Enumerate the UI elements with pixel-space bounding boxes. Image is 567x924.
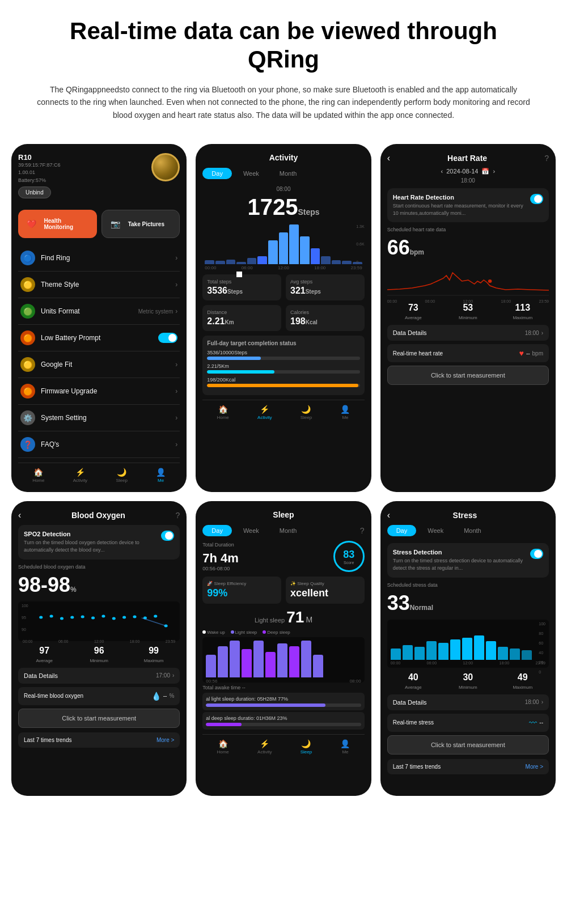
activity-chart: 1.3K0.6K0 00:0006:0012:0018:0023:5	[202, 224, 364, 270]
health-monitoring-card[interactable]: ❤️ Health Monitoring	[18, 210, 97, 238]
svg-point-0	[488, 279, 492, 283]
svg-point-9	[112, 617, 116, 620]
stress-back-arrow[interactable]: ‹	[387, 510, 390, 520]
nav5-sleep[interactable]: 🌙Sleep	[301, 739, 312, 755]
svg-point-6	[81, 615, 84, 618]
menu-low-battery[interactable]: 🟠 Low Battery Prompt	[18, 325, 180, 351]
faqs-label: FAQ's	[41, 440, 59, 448]
gfit-chevron: ›	[175, 361, 177, 368]
sleep-tabs: Day Week Month	[202, 525, 306, 536]
menu-firmware[interactable]: 🟠 Firmware Upgrade ›	[18, 378, 180, 405]
nav5-activity[interactable]: ⚡Activity	[257, 739, 272, 755]
stress-toggle[interactable]	[530, 549, 543, 559]
stats-row2: Distance 2.21Km Calories 198Kcal	[202, 305, 364, 331]
sleep-tab-day[interactable]: Day	[202, 525, 232, 536]
sleep-tab-month[interactable]: Month	[270, 525, 306, 536]
right-chevron[interactable]: ›	[493, 168, 495, 175]
menu-faqs[interactable]: ❓ FAQ's ›	[18, 431, 180, 458]
steps-count: 1725Steps	[202, 194, 364, 220]
nav-me[interactable]: 👤 Me	[156, 468, 166, 483]
nav5-me[interactable]: 👤Me	[340, 739, 350, 755]
nav-sleep[interactable]: 🌙 Sleep	[116, 468, 127, 483]
spo2-value: 98-98%	[18, 573, 180, 597]
menu-find-ring[interactable]: 🔵 Find Ring ›	[18, 245, 180, 272]
bo-back-arrow[interactable]: ‹	[18, 510, 21, 520]
phone-activity: Activity Day Week Month 08:00 1725Steps …	[196, 144, 371, 493]
camera-label: Take Pictures	[128, 221, 164, 227]
phone-sleep: Sleep Day Week Month ? Total Duration 7h…	[196, 501, 371, 796]
help-icon[interactable]: ?	[544, 154, 549, 163]
nav2-home[interactable]: 🏠Home	[217, 405, 229, 420]
settings-icon: ⚙️	[20, 410, 35, 425]
menu-units-format[interactable]: 🟢 Units Format Metric system ›	[18, 298, 180, 325]
nav2-activity[interactable]: ⚡Activity	[257, 405, 272, 420]
last-trends-row[interactable]: Last 7 times trends More >	[18, 732, 180, 748]
menu-system-setting[interactable]: ⚙️ System Setting ›	[18, 405, 180, 431]
spo2-toggle[interactable]	[161, 531, 175, 541]
stress-tab-day[interactable]: Day	[387, 525, 417, 536]
page-description: The QRingappneedsto connect to the ring …	[34, 83, 533, 121]
menu-theme-style[interactable]: 🟡 Theme Style ›	[18, 272, 180, 298]
bar	[332, 260, 341, 264]
faqs-icon: ❓	[20, 437, 35, 452]
stress-rt-icon: 〰	[529, 718, 537, 727]
bar	[342, 261, 352, 264]
bar	[236, 262, 246, 264]
bar	[205, 260, 214, 264]
tab-day[interactable]: Day	[202, 168, 232, 179]
spo2-chart: 1009590 00:0006:0012:0018:0023:59	[18, 601, 180, 641]
stress-data-details[interactable]: Data Details 18:00 ›	[387, 694, 549, 710]
find-ring-icon: 🔵	[20, 251, 35, 265]
nav-home[interactable]: 🏠 Home	[32, 468, 44, 483]
nav2-me[interactable]: 👤Me	[340, 405, 350, 420]
back-arrow-icon[interactable]: ‹	[387, 153, 390, 163]
theme-chevron: ›	[175, 281, 177, 289]
svg-point-10	[122, 616, 126, 618]
hr-detection-toggle[interactable]	[530, 194, 543, 204]
nav-activity[interactable]: ⚡ Activity	[73, 468, 87, 483]
svg-point-5	[70, 616, 74, 618]
phone-heart: ‹ Heart Rate ? ‹ 2024-08-14 📅 › 18:00 He…	[380, 144, 556, 493]
calories-box: Calories 198Kcal	[286, 305, 365, 331]
data-details-row[interactable]: Data Details 18:00 ›	[387, 325, 549, 341]
hr-chart: 00:0006:0012:0018:0023:59	[387, 264, 549, 298]
phone-stress: ‹ Stress Day Week Month Stress Detection…	[380, 501, 556, 796]
stress-tab-week[interactable]: Week	[418, 525, 452, 536]
more-button[interactable]: More >	[156, 737, 174, 743]
bar	[289, 224, 299, 264]
stress-tab-month[interactable]: Month	[455, 525, 490, 536]
device-mac: 39:59:15:7F:87:C6	[18, 162, 61, 169]
take-pictures-card[interactable]: 📷 Take Pictures	[101, 210, 180, 238]
firmware-icon: 🟠	[20, 384, 35, 399]
bo-help-icon[interactable]: ?	[176, 511, 180, 520]
bar	[268, 240, 278, 264]
settings-label: System Setting	[41, 414, 87, 422]
stress-more-button[interactable]: More >	[526, 764, 543, 770]
menu-list: 🔵 Find Ring › 🟡 Theme Style › 🟢 Units Fo…	[18, 245, 180, 458]
bar	[311, 248, 320, 264]
firmware-label: Firmware Upgrade	[41, 387, 97, 395]
nav2-sleep[interactable]: 🌙Sleep	[301, 405, 312, 420]
drop-icon: 💧	[151, 692, 161, 701]
unbind-button[interactable]: Unbind	[18, 187, 51, 198]
measure-btn-hr[interactable]: Click to start measurement	[387, 366, 549, 385]
units-value: Metric system	[138, 308, 174, 315]
stress-chart: 100806040200 00:0006:0012:0018:0023:59	[387, 620, 549, 668]
stats-row: Total steps 3536Steps Avg steps 321Steps	[202, 274, 364, 300]
target-title: Full-day target completion status	[207, 340, 359, 346]
battery-toggle[interactable]	[158, 333, 177, 343]
measure-btn-bo[interactable]: Click to start measurement	[18, 709, 180, 728]
sleep-tab-week[interactable]: Week	[234, 525, 268, 536]
page-header: Real-time data can be viewed through QRi…	[0, 0, 567, 133]
left-chevron[interactable]: ‹	[441, 168, 443, 175]
menu-google-fit[interactable]: 🟡 Google Fit ›	[18, 351, 180, 378]
measure-btn-stress[interactable]: Click to start measurement	[387, 735, 549, 755]
nav5-home[interactable]: 🏠Home	[217, 739, 229, 755]
bar	[215, 261, 225, 264]
calories-progress: 198/200Kcal	[207, 377, 359, 387]
stress-last-trends[interactable]: Last 7 times trends More >	[387, 759, 549, 774]
tab-month[interactable]: Month	[270, 168, 306, 179]
sleep-help-icon[interactable]: ?	[360, 526, 365, 535]
tab-week[interactable]: Week	[234, 168, 268, 179]
bo-data-details[interactable]: Data Details 17:00 ›	[18, 668, 180, 684]
